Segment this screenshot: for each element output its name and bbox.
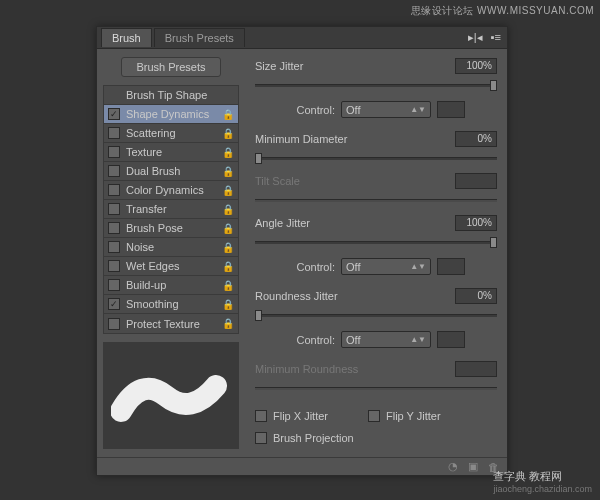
option-label: Scattering <box>126 127 176 139</box>
lock-icon[interactable]: 🔒 <box>222 185 234 196</box>
brush-options-list: Brush Tip Shape✓Shape Dynamics🔒Scatterin… <box>103 85 239 334</box>
option-dual-brush[interactable]: Dual Brush🔒 <box>104 162 238 181</box>
min-roundness-value <box>455 361 497 377</box>
option-brush-pose[interactable]: Brush Pose🔒 <box>104 219 238 238</box>
checkbox-icon[interactable] <box>108 260 120 272</box>
checkbox-icon[interactable]: ✓ <box>108 108 120 120</box>
option-brush-tip-shape[interactable]: Brush Tip Shape <box>104 86 238 105</box>
tilt-scale-label: Tilt Scale <box>255 175 455 187</box>
size-control-select[interactable]: Off▲▼ <box>341 101 431 118</box>
option-smoothing[interactable]: ✓Smoothing🔒 <box>104 295 238 314</box>
angle-control-row: Control: Off▲▼ <box>255 258 497 275</box>
option-noise[interactable]: Noise🔒 <box>104 238 238 257</box>
lock-icon[interactable]: 🔒 <box>222 166 234 177</box>
option-color-dynamics[interactable]: Color Dynamics🔒 <box>104 181 238 200</box>
brush-panel: Brush Brush Presets ▸|◂ ▪≡ Brush Presets… <box>96 26 508 476</box>
menu-icon[interactable]: ▪≡ <box>491 31 501 44</box>
control-label: Control: <box>255 104 335 116</box>
lock-icon[interactable]: 🔒 <box>222 147 234 158</box>
checkbox-icon[interactable] <box>108 184 120 196</box>
roundness-jitter-slider[interactable] <box>255 309 497 321</box>
lock-icon[interactable]: 🔒 <box>222 280 234 291</box>
lock-icon[interactable]: 🔒 <box>222 261 234 272</box>
roundness-jitter-row: Roundness Jitter 0% <box>255 287 497 305</box>
watermark-bottom: 查字典 教程网 jiaocheng.chazidian.com <box>493 467 592 494</box>
roundness-control-select[interactable]: Off▲▼ <box>341 331 431 348</box>
size-control-box <box>437 101 465 118</box>
min-roundness-row: Minimum Roundness <box>255 360 497 378</box>
size-jitter-value[interactable]: 100% <box>455 58 497 74</box>
option-label: Dual Brush <box>126 165 180 177</box>
option-transfer[interactable]: Transfer🔒 <box>104 200 238 219</box>
lock-icon[interactable]: 🔒 <box>222 242 234 253</box>
option-label: Smoothing <box>126 298 179 310</box>
checkbox-icon[interactable] <box>108 146 120 158</box>
min-diameter-row: Minimum Diameter 0% <box>255 130 497 148</box>
watermark-top: 思缘设计论坛 WWW.MISSYUAN.COM <box>411 4 594 18</box>
panel-tabs: Brush Brush Presets ▸|◂ ▪≡ <box>97 27 507 49</box>
brush-presets-button[interactable]: Brush Presets <box>121 57 220 77</box>
option-shape-dynamics[interactable]: ✓Shape Dynamics🔒 <box>104 105 238 124</box>
min-diameter-value[interactable]: 0% <box>455 131 497 147</box>
angle-jitter-label: Angle Jitter <box>255 217 455 229</box>
roundness-jitter-label: Roundness Jitter <box>255 290 455 302</box>
min-roundness-slider <box>255 382 497 394</box>
size-jitter-slider[interactable] <box>255 79 497 91</box>
option-texture[interactable]: Texture🔒 <box>104 143 238 162</box>
option-label: Texture <box>126 146 162 158</box>
option-label: Brush Tip Shape <box>126 89 207 101</box>
lock-icon[interactable]: 🔒 <box>222 204 234 215</box>
checkbox-icon[interactable] <box>108 241 120 253</box>
lock-icon[interactable]: 🔒 <box>222 128 234 139</box>
option-label: Shape Dynamics <box>126 108 209 120</box>
tilt-scale-slider <box>255 194 497 206</box>
tab-brush[interactable]: Brush <box>101 28 152 47</box>
tilt-scale-value <box>455 173 497 189</box>
lock-icon[interactable]: 🔒 <box>222 299 234 310</box>
option-build-up[interactable]: Build-up🔒 <box>104 276 238 295</box>
min-diameter-slider[interactable] <box>255 152 497 164</box>
option-label: Protect Texture <box>126 318 200 330</box>
option-label: Color Dynamics <box>126 184 204 196</box>
brush-preview <box>103 342 239 449</box>
toggle-icon[interactable]: ▸|◂ <box>468 31 483 44</box>
size-jitter-label: Size Jitter <box>255 60 455 72</box>
checkbox-icon[interactable] <box>108 318 120 330</box>
checkbox-icon[interactable] <box>108 203 120 215</box>
angle-jitter-row: Angle Jitter 100% <box>255 214 497 232</box>
option-wet-edges[interactable]: Wet Edges🔒 <box>104 257 238 276</box>
checkbox-icon[interactable]: ✓ <box>108 298 120 310</box>
checkbox-icon[interactable] <box>108 222 120 234</box>
option-label: Transfer <box>126 203 167 215</box>
option-scattering[interactable]: Scattering🔒 <box>104 124 238 143</box>
left-column: Brush Presets Brush Tip Shape✓Shape Dyna… <box>97 49 245 457</box>
tab-brush-presets[interactable]: Brush Presets <box>154 28 245 47</box>
lock-icon[interactable]: 🔒 <box>222 318 234 329</box>
flip-x-checkbox[interactable]: Flip X Jitter <box>255 410 328 422</box>
angle-jitter-value[interactable]: 100% <box>455 215 497 231</box>
size-control-row: Control: Off▲▼ <box>255 101 497 118</box>
min-diameter-label: Minimum Diameter <box>255 133 455 145</box>
brush-projection-checkbox[interactable]: Brush Projection <box>255 432 497 444</box>
min-roundness-label: Minimum Roundness <box>255 363 455 375</box>
lock-icon[interactable]: 🔒 <box>222 109 234 120</box>
checkbox-icon[interactable] <box>108 127 120 139</box>
option-label: Brush Pose <box>126 222 183 234</box>
option-protect-texture[interactable]: Protect Texture🔒 <box>104 314 238 333</box>
size-jitter-row: Size Jitter 100% <box>255 57 497 75</box>
angle-control-select[interactable]: Off▲▼ <box>341 258 431 275</box>
roundness-jitter-value[interactable]: 0% <box>455 288 497 304</box>
option-label: Build-up <box>126 279 166 291</box>
lock-icon[interactable]: 🔒 <box>222 223 234 234</box>
option-label: Wet Edges <box>126 260 180 272</box>
angle-jitter-slider[interactable] <box>255 236 497 248</box>
checkbox-icon[interactable] <box>108 279 120 291</box>
panel-footer: ◔ ▣ 🗑 <box>97 457 507 475</box>
checkbox-icon[interactable] <box>108 165 120 177</box>
option-label: Noise <box>126 241 154 253</box>
flip-y-checkbox[interactable]: Flip Y Jitter <box>368 410 441 422</box>
new-preset-icon[interactable]: ▣ <box>468 460 478 473</box>
toggle-preview-icon[interactable]: ◔ <box>448 460 458 473</box>
roundness-control-row: Control: Off▲▼ <box>255 331 497 348</box>
right-column: Size Jitter 100% Control: Off▲▼ Minimum … <box>245 49 507 457</box>
